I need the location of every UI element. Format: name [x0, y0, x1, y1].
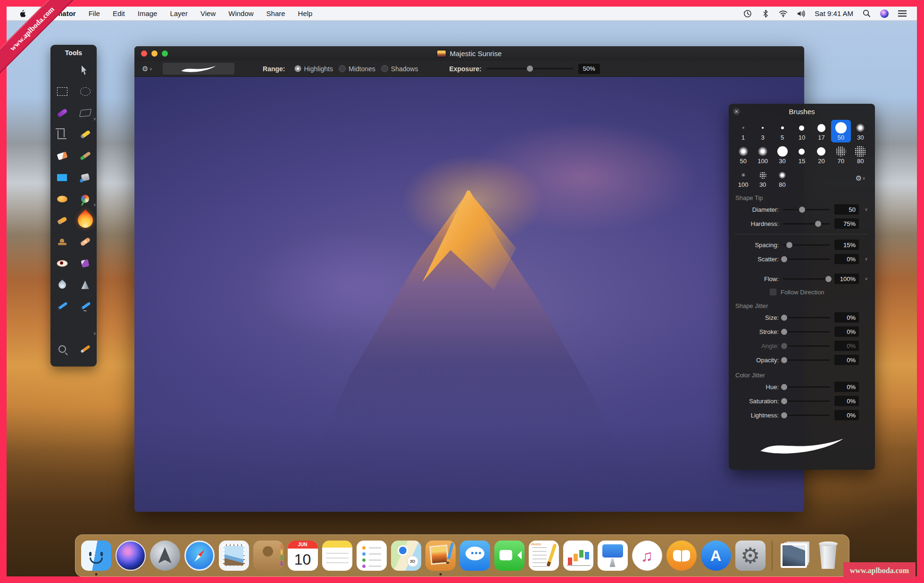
shape-tip-flow-value[interactable]: 100%: [834, 274, 859, 284]
volume-icon[interactable]: [797, 9, 806, 18]
zoom-button[interactable]: [162, 50, 168, 57]
shape-jitter-stroke-slider[interactable]: [783, 331, 830, 333]
dock-item-pixelmator[interactable]: [425, 541, 456, 571]
tool-arrow-cell[interactable]: [74, 59, 97, 81]
shape-jitter-angle-slider[interactable]: [783, 345, 830, 347]
brush-preset-80[interactable]: 80: [851, 143, 870, 166]
menu-clock[interactable]: Sat 9:41 AM: [815, 9, 853, 17]
tool-eyedropper-cell[interactable]: [74, 339, 97, 360]
brush-preset-10[interactable]: 10: [792, 120, 811, 142]
brush-preset-30[interactable]: 30: [773, 143, 792, 166]
shape-tip-scatter-slider[interactable]: [783, 258, 830, 260]
shape-jitter-stroke-slider-thumb[interactable]: [781, 329, 787, 335]
tool-dust-cell[interactable]: [50, 210, 74, 232]
brush-stroke-preview[interactable]: [163, 63, 234, 75]
shape-tip-scatter-value[interactable]: 0%: [834, 254, 859, 264]
dock-item-itunes[interactable]: ♫: [632, 541, 662, 571]
notification-center-icon[interactable]: [898, 9, 907, 18]
brush-preset-5[interactable]: 5: [773, 120, 792, 142]
dock-item-trash[interactable]: [813, 541, 843, 571]
menu-help[interactable]: Help: [298, 9, 313, 17]
brush-preset-1[interactable]: 1: [733, 120, 753, 142]
radio-midtones[interactable]: [339, 65, 346, 72]
color-jitter-hue-slider[interactable]: [783, 386, 830, 388]
tool-sharpen-cell[interactable]: [74, 274, 97, 296]
close-icon[interactable]: ✕: [733, 108, 740, 115]
minimize-button[interactable]: [151, 50, 158, 57]
brush-preset-100[interactable]: 100: [733, 167, 753, 190]
tool-type-cell[interactable]: [50, 317, 74, 339]
dock-item-app-store[interactable]: A: [701, 541, 731, 571]
brush-preset-80[interactable]: 80: [773, 167, 792, 190]
tool-lollipop-cell[interactable]: ∨: [74, 188, 97, 210]
time-machine-icon[interactable]: [743, 9, 752, 18]
dock-item-contacts[interactable]: [253, 541, 283, 571]
menu-share[interactable]: Share: [266, 9, 285, 17]
shape-jitter-size-slider[interactable]: [783, 317, 830, 318]
color-jitter-hue-value[interactable]: 0%: [834, 382, 859, 392]
wifi-icon[interactable]: [779, 9, 788, 18]
window-title-bar[interactable]: Majestic Sunrise: [134, 46, 804, 61]
shape-tip-spacing-slider[interactable]: [783, 244, 830, 246]
tool-crop-cell[interactable]: [50, 124, 74, 146]
dock-item-mail[interactable]: [219, 541, 249, 571]
chevron-down-icon[interactable]: ∨: [863, 276, 869, 281]
tool-zoom-cell[interactable]: [50, 339, 74, 360]
dock-item-calendar[interactable]: JUN10: [288, 541, 318, 571]
follow-direction-checkbox[interactable]: [769, 288, 777, 296]
brush-preset-70[interactable]: 70: [831, 143, 850, 166]
siri-icon[interactable]: [880, 9, 889, 18]
dock-item-keynote[interactable]: [598, 541, 628, 571]
brush-preset-30[interactable]: 30: [753, 167, 772, 190]
tool-pen-cell[interactable]: [50, 296, 74, 317]
dock-item-notes[interactable]: [322, 541, 352, 571]
close-button[interactable]: [141, 50, 147, 57]
color-jitter-saturation-slider-thumb[interactable]: [781, 398, 787, 404]
document-canvas[interactable]: [134, 77, 804, 512]
color-jitter-lightness-slider-thumb[interactable]: [781, 412, 787, 418]
dock-item-safari[interactable]: [184, 541, 215, 571]
shape-tip-flow-slider[interactable]: [783, 278, 830, 280]
brush-preset-50[interactable]: 50: [733, 143, 753, 166]
dock-item-numbers[interactable]: [563, 541, 593, 571]
brush-preset-15[interactable]: 15: [792, 143, 811, 166]
tool-shape-cell[interactable]: [50, 167, 74, 189]
brush-gear-menu[interactable]: ⚙∨: [851, 167, 870, 190]
tool-eraser-cell[interactable]: [50, 145, 74, 167]
tool-sponge-cell[interactable]: [74, 253, 97, 275]
dock-item-maps[interactable]: 3D: [391, 541, 421, 571]
tool-quick-select-cell[interactable]: [50, 102, 74, 124]
brush-preset-30[interactable]: 30: [851, 120, 870, 142]
dock-item-siri[interactable]: [116, 541, 146, 571]
chevron-down-icon[interactable]: ∨: [863, 207, 869, 212]
color-jitter-saturation-slider[interactable]: [783, 400, 830, 402]
brush-preset-100[interactable]: 100: [753, 143, 772, 166]
range-option-shadows[interactable]: Shadows: [381, 65, 418, 73]
dock-item-messages[interactable]: [460, 541, 490, 571]
tool-lasso-cell[interactable]: ∨: [74, 102, 97, 124]
brush-preset-3[interactable]: 3: [753, 120, 772, 142]
spotlight-icon[interactable]: [862, 9, 871, 18]
tool-heart-cell[interactable]: ∨: [74, 317, 97, 339]
shape-jitter-angle-value[interactable]: 0%: [834, 341, 859, 351]
brush-settings-gear-icon[interactable]: ⚙∨: [142, 65, 152, 73]
brush-preset-20[interactable]: 20: [812, 143, 831, 166]
tool-stamp-cell[interactable]: [50, 231, 74, 253]
tool-quill-cell[interactable]: [50, 59, 74, 81]
tool-fpen-cell[interactable]: [74, 296, 97, 317]
shape-tip-diameter-value[interactable]: 50: [834, 204, 859, 215]
tool-flame-cell[interactable]: [74, 210, 97, 232]
color-jitter-lightness-slider[interactable]: [783, 415, 830, 416]
shape-jitter-opacity-slider[interactable]: [783, 359, 830, 361]
menu-edit[interactable]: Edit: [113, 9, 125, 17]
exposure-slider[interactable]: [486, 68, 574, 69]
shape-tip-flow-slider-thumb[interactable]: [825, 276, 832, 282]
shape-tip-diameter-slider[interactable]: [783, 209, 830, 210]
shape-tip-hardness-slider-thumb[interactable]: [815, 221, 821, 227]
exposure-slider-thumb[interactable]: [527, 66, 533, 72]
color-jitter-saturation-value[interactable]: 0%: [834, 396, 859, 406]
range-option-highlights[interactable]: Highlights: [294, 65, 333, 73]
dock-item-reminders[interactable]: [357, 541, 387, 571]
dock-item-facetime[interactable]: [494, 541, 524, 571]
dock-item-downloads[interactable]: [779, 541, 809, 571]
